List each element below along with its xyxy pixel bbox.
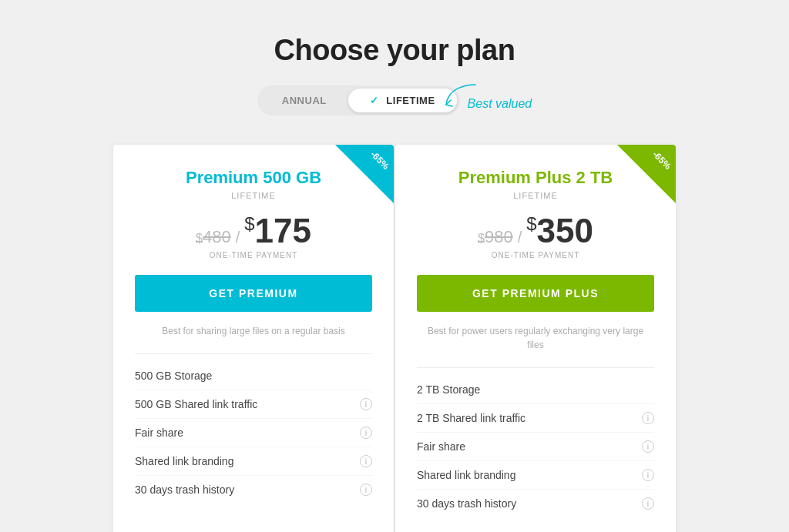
feature-item: Shared link branding i (135, 447, 372, 476)
info-icon[interactable]: i (360, 398, 372, 410)
feature-item: Shared link branding i (417, 461, 654, 490)
feature-label: 30 days trash history (135, 483, 360, 496)
plan-card-premium: -65% Premium 500 GB LIFETIME $480 / $175… (113, 145, 394, 532)
price-row-premium: $480 / $175 (135, 214, 372, 248)
plan-tagline-premium: Best for sharing large files on a regula… (135, 324, 372, 338)
feature-label: 500 GB Storage (135, 370, 372, 382)
feature-item: 30 days trash history i (417, 490, 654, 517)
plan-tagline-premium-plus: Best for power users regularly exchangin… (417, 324, 654, 352)
current-price-premium-plus: $350 (526, 214, 593, 248)
feature-item: 30 days trash history i (135, 476, 372, 504)
billing-toggle: ANNUAL ✓ LIFETIME (257, 85, 460, 115)
info-icon[interactable]: i (642, 440, 654, 453)
toggle-row: ANNUAL ✓ LIFETIME Best valued (257, 85, 532, 122)
badge-teal-triangle (335, 145, 394, 203)
info-icon[interactable]: i (642, 469, 654, 481)
price-separator: / (236, 229, 240, 246)
page-title: Choose your plan (274, 34, 515, 67)
cta-premium-button[interactable]: GET PREMIUM (135, 275, 372, 312)
feature-list-premium-plus: 2 TB Storage 2 TB Shared link traffic i … (417, 367, 654, 517)
toggle-lifetime[interactable]: ✓ LIFETIME (348, 89, 457, 112)
feature-label: Shared link branding (135, 455, 360, 467)
feature-label: Fair share (135, 427, 360, 439)
feature-item: Fair share i (135, 419, 372, 447)
info-icon[interactable]: i (642, 497, 654, 510)
feature-item: 2 TB Shared link traffic i (417, 404, 654, 433)
cta-premium-plus-button[interactable]: GET PREMIUM PLUS (417, 275, 654, 312)
feature-item: 500 GB Shared link traffic i (135, 390, 372, 419)
payment-note-premium: ONE-TIME PAYMENT (135, 251, 372, 259)
info-icon[interactable]: i (360, 427, 372, 439)
feature-item: 500 GB Storage (135, 362, 372, 390)
best-valued-wrapper: Best valued (468, 97, 532, 111)
feature-item: Fair share i (417, 433, 654, 461)
info-icon[interactable]: i (360, 483, 372, 496)
page-container: Choose your plan ANNUAL ✓ LIFETIME Best … (15, 15, 774, 532)
original-price-premium: $480 (196, 227, 231, 247)
plan-card-premium-plus: -65% Premium Plus 2 TB LIFETIME $980 / $… (395, 145, 676, 532)
toggle-annual[interactable]: ANNUAL (260, 89, 348, 112)
badge-green-triangle (617, 145, 676, 203)
plans-container: -65% Premium 500 GB LIFETIME $480 / $175… (113, 145, 676, 532)
check-icon: ✓ (370, 95, 382, 106)
payment-note-premium-plus: ONE-TIME PAYMENT (417, 251, 654, 259)
price-separator: / (518, 229, 522, 246)
feature-label: 2 TB Storage (417, 383, 654, 396)
original-price-premium-plus: $980 (478, 227, 513, 247)
feature-label: 2 TB Shared link traffic (417, 412, 642, 424)
feature-item: 2 TB Storage (417, 376, 654, 404)
feature-label: Shared link branding (417, 469, 642, 481)
feature-label: 30 days trash history (417, 497, 642, 510)
info-icon[interactable]: i (642, 412, 654, 424)
feature-list-premium: 500 GB Storage 500 GB Shared link traffi… (135, 353, 372, 504)
price-row-premium-plus: $980 / $350 (417, 214, 654, 248)
arrow-icon (445, 83, 483, 114)
feature-label: 500 GB Shared link traffic (135, 398, 360, 410)
current-price-premium: $175 (244, 214, 311, 248)
info-icon[interactable]: i (360, 455, 372, 467)
feature-label: Fair share (417, 440, 642, 453)
